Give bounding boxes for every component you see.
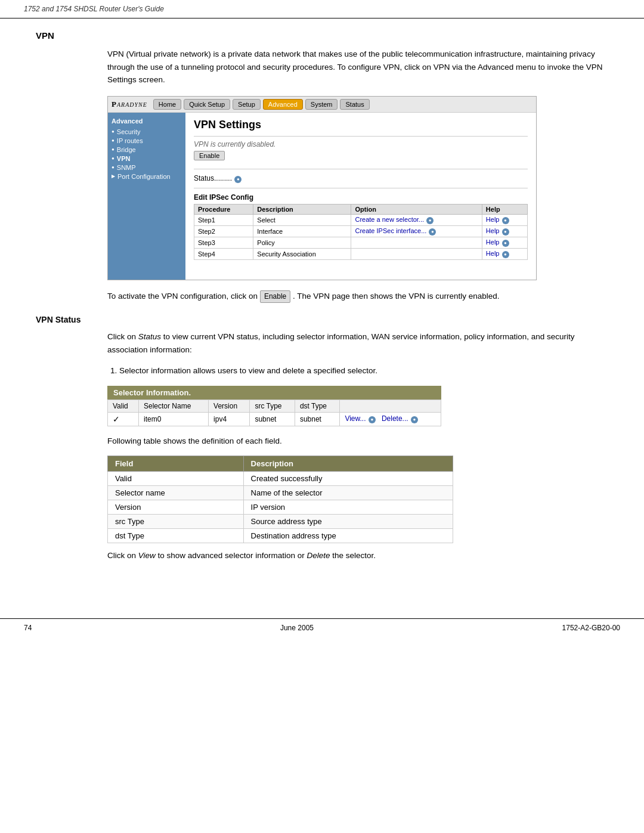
footer-date: June 2005 (280, 624, 314, 632)
list-item-1: Selector information allows users to vie… (119, 364, 608, 377)
view-link[interactable]: View... (345, 414, 366, 423)
view-info-icon: ● (369, 416, 376, 423)
nav-advanced[interactable]: Advanced (263, 99, 303, 110)
ipsec-row-4: Step4 Security Association Help ● (194, 248, 528, 259)
ipsec-create-interface: Create IPSec interface... ● (351, 225, 482, 237)
ss-main-title: VPN Settings (194, 119, 528, 131)
check-mark: ✓ (113, 414, 120, 424)
ipsec-option4 (351, 248, 482, 259)
ipsec-help3: Help ● (482, 237, 527, 248)
sel-version: ipv4 (209, 412, 250, 426)
def-row-selectorname: Selector name Name of the selector (108, 486, 453, 500)
following-text: Following table shows the definition of … (107, 435, 608, 448)
ipsec-th-option: Option (351, 204, 482, 214)
nav-bar: PARADYNE Home Quick Setup Setup Advanced… (108, 97, 536, 113)
nav-setup[interactable]: Setup (233, 99, 261, 110)
ipsec-step2: Step2 (194, 225, 253, 237)
selector-info-box: Selector Information. Valid Selector Nam… (107, 386, 441, 426)
def-field-dsttype: dst Type (108, 529, 244, 543)
def-row-srctype: src Type Source address type (108, 515, 453, 529)
ss-main-panel: VPN Settings VPN is currently disabled. … (185, 113, 536, 280)
vpn-intro: VPN (Virtual private network) is a priva… (107, 48, 608, 86)
ipsec-create-selector: Create a new selector... ● (351, 214, 482, 225)
def-field-srctype: src Type (108, 515, 244, 529)
selector-info-icon: ● (426, 217, 434, 224)
doc-footer: 74 June 2005 1752-A2-GB20-00 (0, 618, 644, 637)
ipsec-help4: Help ● (482, 248, 527, 259)
separator-3 (194, 188, 528, 188)
enable-button[interactable]: Enable (194, 151, 225, 160)
sidebar-item-bridge[interactable]: Bridge (112, 146, 182, 153)
sel-dst: subnet (295, 412, 340, 426)
ipsec-th-description: Description (253, 204, 351, 214)
nav-quicksetup[interactable]: Quick Setup (184, 99, 230, 110)
separator-2 (194, 169, 528, 169)
status-em: Status (138, 332, 161, 341)
ipsec-row-3: Step3 Policy Help ● (194, 237, 528, 248)
ipsec-step1: Step1 (194, 214, 253, 225)
ss-layout: Advanced Security IP routes Bridge VPN S… (108, 113, 536, 280)
edit-ipsec-title: Edit IPSec Config (194, 193, 528, 202)
help3-info-icon: ● (502, 240, 509, 247)
activate-text: To activate the VPN configuration, click… (107, 290, 608, 303)
sel-valid: ✓ (108, 412, 139, 426)
sidebar-item-security[interactable]: Security (112, 128, 182, 135)
numbered-list: Selector information allows users to vie… (119, 364, 608, 377)
def-desc-dsttype: Destination address type (243, 529, 453, 543)
def-header-row: Field Description (108, 456, 453, 472)
ipsec-th-help: Help (482, 204, 527, 214)
vpn-status-title: VPN Status (36, 315, 608, 324)
sel-th-version: Version (209, 400, 250, 412)
vpn-screenshot: PARADYNE Home Quick Setup Setup Advanced… (107, 96, 537, 280)
ipsec-policy: Policy (253, 237, 351, 248)
footer-docid: 1752-A2-GB20-00 (562, 624, 620, 632)
help1-info-icon: ● (502, 217, 509, 224)
ipsec-th-procedure: Procedure (194, 204, 253, 214)
def-th-description: Description (243, 456, 453, 472)
def-desc-version: IP version (243, 500, 453, 515)
def-desc-srctype: Source address type (243, 515, 453, 529)
sidebar-item-portconfig[interactable]: Port Configuration (112, 173, 182, 180)
status-row: Status......... ● (194, 174, 528, 183)
delete-link[interactable]: Delete... (382, 414, 408, 423)
sidebar-item-iproutes[interactable]: IP routes (112, 137, 182, 144)
def-row-version: Version IP version (108, 500, 453, 515)
vpn-status-section: VPN Status Click on Status to view curre… (36, 315, 608, 562)
nav-status[interactable]: Status (340, 99, 369, 110)
sidebar-item-vpn[interactable]: VPN (112, 155, 182, 162)
vpn-disabled-text: VPN is currently disabled. (194, 140, 528, 148)
ipsec-row-1: Step1 Select Create a new selector... ● … (194, 214, 528, 225)
activate-suffix: . The VPN page then shows the VPN is cur… (293, 292, 499, 301)
selector-header: Selector Information. (107, 386, 441, 400)
def-desc-valid: Created successfully (243, 472, 453, 486)
def-field-valid: Valid (108, 472, 244, 486)
definition-table: Field Description Valid Created successf… (107, 456, 453, 543)
ipsec-row-2: Step2 Interface Create IPSec interface..… (194, 225, 528, 237)
ipsec-help2: Help ● (482, 225, 527, 237)
def-field-selectorname: Selector name (108, 486, 244, 500)
sel-th-name: Selector Name (139, 400, 209, 412)
doc-header-title: 1752 and 1754 SHDSL Router User's Guide (24, 5, 164, 13)
def-row-valid: Valid Created successfully (108, 472, 453, 486)
separator-1 (194, 136, 528, 137)
vpn-section: VPN VPN (Virtual private network) is a p… (36, 30, 608, 562)
sel-th-valid: Valid (108, 400, 139, 412)
status-info-icon[interactable]: ● (234, 176, 242, 183)
delete-em: Delete (306, 551, 330, 560)
click-view-text: Click on View to show advanced selector … (107, 549, 608, 562)
sidebar-item-snmp[interactable]: SNMP (112, 164, 182, 171)
selector-table: Valid Selector Name Version src Type dst… (107, 400, 441, 426)
delete-info-icon: ● (411, 416, 418, 423)
sel-th-actions (340, 400, 441, 412)
nav-system[interactable]: System (305, 99, 338, 110)
sidebar-title: Advanced (112, 117, 182, 125)
ipsec-step4: Step4 (194, 248, 253, 259)
help2-info-icon: ● (502, 228, 509, 236)
def-row-dsttype: dst Type Destination address type (108, 529, 453, 543)
vpn-title: VPN (36, 30, 608, 41)
activate-prefix: To activate the VPN configuration, click… (107, 292, 258, 301)
selector-header-row: Valid Selector Name Version src Type dst… (108, 400, 441, 412)
nav-home[interactable]: Home (153, 99, 181, 110)
ipsec-step3: Step3 (194, 237, 253, 248)
paradyne-logo: PARADYNE (112, 100, 147, 109)
